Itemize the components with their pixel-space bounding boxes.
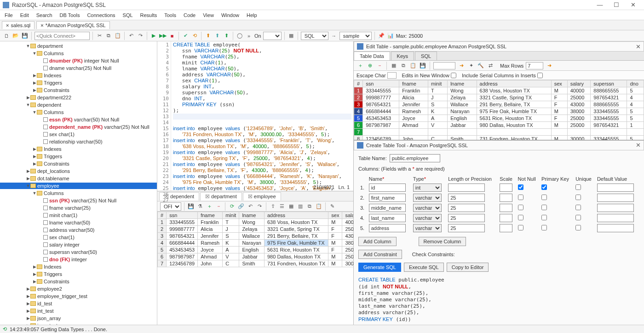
- table-row[interactable]: 6987987987AhmadVJabbar980 Dallas, Housto…: [354, 122, 644, 129]
- undo-grid-icon[interactable]: ↶: [247, 203, 254, 210]
- table-row[interactable]: 4666884444RameshKNarayan975 Fire Oak, Hu…: [158, 240, 354, 247]
- tree-node[interactable]: ▼Columns: [0, 190, 157, 196]
- edit-tab[interactable]: Table Data: [354, 52, 390, 60]
- col-unique-check[interactable]: [575, 215, 581, 220]
- escape-char-input[interactable]: [387, 72, 397, 79]
- connection-tab[interactable]: ×sales.sql: [2, 21, 34, 29]
- paste-icon[interactable]: 📋: [114, 32, 121, 40]
- table-row[interactable]: 6987987987AhmadVJabbar980 Dallas, Housto…: [158, 253, 354, 260]
- hammer-icon[interactable]: 🔨: [477, 62, 484, 69]
- tree-node[interactable]: ▼employee: [0, 183, 157, 189]
- refresh-results-icon[interactable]: ⟳: [228, 203, 236, 210]
- tree-node[interactable]: ▼Columns: [0, 50, 157, 57]
- col-default-input[interactable]: [597, 204, 634, 212]
- tree-node[interactable]: ▶Indexes: [0, 264, 157, 270]
- edit-tab[interactable]: SQL: [415, 52, 437, 60]
- menu-connections[interactable]: Connections: [84, 11, 118, 19]
- up-icon[interactable]: ⬆: [223, 32, 230, 40]
- tree-node[interactable]: superssn varchar(50): [0, 249, 157, 255]
- tree-node[interactable]: ▶dot.tablename: [0, 175, 157, 182]
- table-row[interactable]: 3987654321JenniferSWallace291 Berry, Bel…: [158, 233, 354, 240]
- off-combo[interactable]: OFF: [160, 202, 181, 211]
- menu-edit[interactable]: Edit: [17, 11, 32, 19]
- close-icon[interactable]: ×: [6, 23, 9, 28]
- tree-node[interactable]: ▶Triggers: [0, 153, 157, 160]
- edit-grid-icon[interactable]: ▦: [390, 62, 397, 69]
- save-results-icon[interactable]: 💾: [187, 203, 195, 210]
- col-type-select[interactable]: int: [413, 184, 442, 192]
- link-icon[interactable]: 🔗: [237, 203, 245, 210]
- copy-to-editor-button[interactable]: Copy to Editor: [447, 263, 489, 272]
- on-combo[interactable]: [263, 32, 282, 40]
- column-header[interactable]: ssn: [167, 212, 198, 219]
- minimize-button[interactable]: —: [592, 0, 608, 10]
- col-default-input[interactable]: [597, 194, 634, 202]
- add-constraint-button[interactable]: Add Constraint: [358, 250, 402, 259]
- menu-tools[interactable]: Tools: [161, 11, 179, 19]
- quick-connect-combo[interactable]: [34, 32, 90, 40]
- col-pk-check[interactable]: [541, 225, 547, 230]
- sql-type-combo[interactable]: SQL: [301, 32, 328, 40]
- rows-icon[interactable]: ☰: [278, 203, 286, 210]
- maximize-button[interactable]: ☐: [608, 0, 625, 10]
- tree-node[interactable]: essn (PK) varchar(50) Not Null: [0, 116, 157, 123]
- column-header[interactable]: ssn: [363, 80, 399, 87]
- undo-icon[interactable]: ↶: [127, 32, 135, 40]
- col-name-input[interactable]: [369, 224, 406, 232]
- chevron-icon[interactable]: »: [245, 32, 253, 40]
- col-notnull-check[interactable]: [518, 195, 523, 200]
- open-icon[interactable]: 📂: [12, 32, 19, 40]
- col-type-select[interactable]: varchar: [413, 204, 442, 212]
- refresh-icon[interactable]: ⟲: [3, 326, 7, 332]
- rollback-icon[interactable]: ⟲: [191, 32, 198, 40]
- sql-editor[interactable]: 1234567891011121314151617181920212223242…: [157, 41, 353, 191]
- col-default-input[interactable]: [597, 184, 634, 192]
- commit-icon[interactable]: ✔: [182, 32, 189, 40]
- tree-node[interactable]: fname varchar(25): [0, 205, 157, 211]
- edit-paste-icon[interactable]: 📋: [409, 62, 417, 69]
- paste-grid-icon[interactable]: 📋: [315, 203, 322, 210]
- execute-sql-button[interactable]: Execute SQL: [404, 263, 444, 272]
- column-header[interactable]: sex: [328, 212, 342, 219]
- tree-node[interactable]: ▼dependent: [0, 102, 157, 108]
- table-row[interactable]: 4666884444RameshKNarayan975 Fire Oak, Hu…: [354, 108, 644, 115]
- next-icon[interactable]: ⬆: [213, 32, 221, 40]
- tree-node[interactable]: address varchar(50): [0, 227, 157, 233]
- edit-del-icon[interactable]: －: [376, 62, 383, 69]
- new-icon[interactable]: 🗋: [3, 32, 10, 40]
- edit-icon[interactable]: ✎: [328, 203, 336, 210]
- connection-tab[interactable]: ×*Amazon PostgreSQL SSL: [36, 21, 110, 29]
- remove-column-button[interactable]: Remove Column: [419, 237, 466, 246]
- close-button[interactable]: ✕: [625, 0, 641, 10]
- generate-sql-button[interactable]: Generate SQL: [358, 263, 401, 272]
- copy-icon[interactable]: ⧉: [105, 32, 112, 40]
- results-grid[interactable]: #ssnfnameminitlnameaddresssexsalarysuper…: [157, 212, 353, 325]
- edit-save-icon[interactable]: 💾: [419, 62, 426, 69]
- column-header[interactable]: dno: [627, 80, 644, 87]
- grid1-icon[interactable]: ▦: [288, 203, 295, 210]
- col-pk-check[interactable]: [541, 205, 547, 210]
- col-unique-check[interactable]: [575, 205, 581, 210]
- col-unique-check[interactable]: [575, 195, 581, 200]
- tree-node[interactable]: ▶Indexes: [0, 146, 157, 152]
- table-row[interactable]: 1333445555FranklinTWong638 Voss, Houston…: [354, 87, 644, 94]
- col-pk-check[interactable]: [541, 195, 547, 200]
- menu-help[interactable]: Help: [244, 11, 260, 19]
- db-combo[interactable]: sample: [339, 32, 372, 40]
- column-header[interactable]: address: [264, 212, 328, 219]
- circle-icon[interactable]: ◯: [236, 32, 243, 40]
- col-scale-input[interactable]: [500, 214, 512, 222]
- tree-node[interactable]: salary integer: [0, 241, 157, 248]
- tree-node[interactable]: ▶Triggers: [0, 80, 157, 86]
- tree-node[interactable]: ▶json_array: [0, 315, 157, 322]
- col-unique-check[interactable]: [575, 225, 581, 230]
- tree-node[interactable]: dname varchar(25) Not Null: [0, 65, 157, 71]
- add-column-button[interactable]: Add Column: [358, 237, 397, 246]
- col-notnull-check[interactable]: [518, 205, 523, 210]
- redo-grid-icon[interactable]: ↷: [256, 203, 263, 210]
- edit-table-grid[interactable]: #ssnfnameminitlnameaddresssexsalarysuper…: [354, 80, 644, 140]
- column-header[interactable]: salary: [342, 212, 353, 219]
- col-pk-check[interactable]: [541, 215, 547, 220]
- stop-icon[interactable]: ■: [168, 32, 176, 40]
- tree-node[interactable]: ▶employee2: [0, 286, 157, 292]
